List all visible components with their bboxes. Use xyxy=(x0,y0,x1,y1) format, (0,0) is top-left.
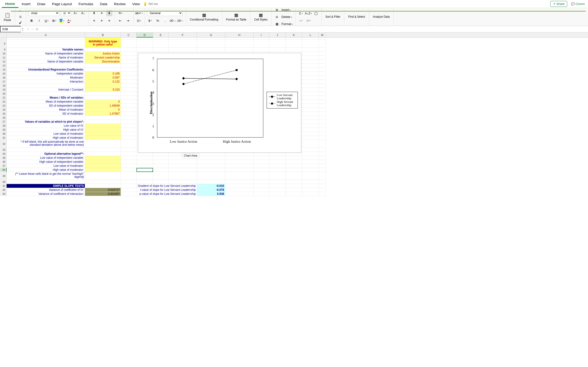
share-button[interactable]: ↗ Share xyxy=(550,1,567,7)
tab-review[interactable]: Review xyxy=(111,0,129,7)
bucket-icon: 🪣 xyxy=(59,19,63,23)
styles-icon: ▦ xyxy=(259,13,263,18)
row-header-9[interactable]: 9 xyxy=(0,48,7,52)
paste-button[interactable]: 📋 Paste xyxy=(2,12,13,22)
col-header-E[interactable]: E xyxy=(153,33,169,38)
format-as-table-button[interactable]: ▦ Format as Table xyxy=(225,12,248,22)
svg-rect-1 xyxy=(182,77,185,79)
svg-rect-2 xyxy=(235,78,238,80)
fx-icon[interactable]: fx xyxy=(36,27,38,31)
fill-button[interactable]: ↓ xyxy=(298,17,304,24)
decrease-indent-button[interactable]: ⇤ xyxy=(117,18,123,24)
chart-object[interactable]: Discrimination 0 1 2 3 4 5 6 7 xyxy=(138,53,301,153)
currency-button[interactable]: $ xyxy=(147,17,153,24)
comments-button[interactable]: 💬 Comm xyxy=(570,1,586,7)
format-cells-button[interactable]: Format xyxy=(281,22,293,26)
col-header-H[interactable]: H xyxy=(225,33,254,38)
copy-button[interactable]: ⎘ xyxy=(17,15,24,19)
cancel-formula-button[interactable]: ✕ xyxy=(27,27,29,31)
tell-me[interactable]: Tell me xyxy=(143,2,158,6)
sort-filter-button[interactable]: Sort & Filter xyxy=(324,15,342,19)
find-select-button[interactable]: Find & Select xyxy=(347,15,366,19)
format-cells-icon: ▦ xyxy=(274,21,280,27)
svg-rect-4 xyxy=(182,83,184,85)
formula-input[interactable] xyxy=(41,26,588,32)
cond-format-label: Conditional Formatting xyxy=(190,18,218,21)
col-header-C[interactable]: C xyxy=(121,33,137,38)
tab-data[interactable]: Data xyxy=(97,0,111,7)
col-header-J[interactable]: J xyxy=(269,33,286,38)
col-header-D[interactable]: D xyxy=(137,33,153,38)
bold-button[interactable]: B xyxy=(29,18,35,24)
col-header-B[interactable]: B xyxy=(85,33,121,38)
row-header-8[interactable]: 8 xyxy=(0,40,7,48)
cell-D38-selected[interactable] xyxy=(137,168,153,172)
border-button[interactable]: ⊞ xyxy=(51,18,57,24)
paste-label: Paste xyxy=(4,18,11,22)
delete-cells-button[interactable]: Delete xyxy=(281,15,292,19)
col-header-F[interactable]: F xyxy=(169,33,197,38)
bulb-icon xyxy=(143,2,147,6)
tab-home[interactable]: Home xyxy=(2,0,18,8)
tab-view[interactable]: View xyxy=(129,0,143,7)
fill-color-button[interactable]: 🪣 xyxy=(59,18,65,24)
legend-item-1: High Servant Leaderrship xyxy=(269,100,296,107)
insert-cells-icon: ⊕ xyxy=(274,7,280,13)
col-header-L[interactable]: L xyxy=(302,33,319,38)
column-headers: A B C D E F G H I J K L M xyxy=(0,33,588,38)
sheet-body: 8 WARNING: Only typein yellow cells! 9 V… xyxy=(0,38,588,196)
col-header-A[interactable]: A xyxy=(7,33,85,38)
increase-indent-button[interactable]: ⇥ xyxy=(125,18,131,24)
name-box[interactable] xyxy=(0,26,21,32)
decrease-decimal-button[interactable]: .00← xyxy=(177,17,183,24)
cell-A9[interactable]: Variable names: xyxy=(7,48,85,52)
increase-decimal-button[interactable]: .00→ xyxy=(170,17,176,24)
analyze-data-label: Analyze Data xyxy=(373,15,390,18)
name-box-up[interactable]: ▲ xyxy=(22,27,24,29)
tab-draw[interactable]: Draw xyxy=(34,0,49,7)
tab-page-layout[interactable]: Page Layout xyxy=(49,0,75,7)
delete-cells-icon: ⊖ xyxy=(274,14,280,20)
ribbon-tabs: Home Insert Draw Page Layout Formulas Da… xyxy=(0,0,588,8)
name-box-down[interactable]: ▼ xyxy=(22,29,24,31)
formula-bar: ▲ ▼ ✕ ✓ fx xyxy=(0,26,588,33)
share-label: Share xyxy=(556,2,565,6)
align-left-button[interactable]: ≡ xyxy=(91,18,97,24)
col-header-M[interactable]: M xyxy=(319,33,326,38)
cell-styles-button[interactable]: ▦ Cell Styles xyxy=(253,12,269,22)
green-overlay-line xyxy=(11,11,586,12)
font-color-button[interactable]: A xyxy=(66,18,72,24)
cell-A8[interactable] xyxy=(7,40,85,48)
find-select-label: Find & Select xyxy=(348,15,365,18)
comma-button[interactable]: , xyxy=(162,17,168,24)
merge-button[interactable]: ⊡ xyxy=(136,18,142,24)
enter-formula-button[interactable]: ✓ xyxy=(31,27,34,31)
svg-line-0 xyxy=(183,78,237,79)
underline-button[interactable]: U xyxy=(44,18,50,24)
tab-insert[interactable]: Insert xyxy=(18,0,34,7)
select-all-corner[interactable] xyxy=(0,33,7,38)
col-header-G[interactable]: G xyxy=(197,33,225,38)
align-right-button[interactable]: ≡ xyxy=(106,18,112,24)
cond-format-icon: ▦ xyxy=(202,13,206,18)
brush-icon: 🖌 xyxy=(19,21,22,24)
cell-styles-label: Cell Styles xyxy=(254,18,268,21)
italic-button[interactable]: I xyxy=(36,18,42,24)
svg-rect-9 xyxy=(271,103,273,104)
tab-formulas[interactable]: Formulas xyxy=(75,0,97,7)
format-painter-button[interactable]: 🖌 xyxy=(17,20,24,25)
col-header-I[interactable]: I xyxy=(254,33,269,38)
row-header-38[interactable]: 38 xyxy=(0,168,7,172)
percent-button[interactable]: % xyxy=(155,17,161,24)
align-center-button[interactable]: ≡ xyxy=(99,18,105,24)
tell-me-label: Tell me xyxy=(148,2,158,6)
conditional-formatting-button[interactable]: ▦ Conditional Formatting xyxy=(189,12,220,22)
analyze-data-button[interactable]: Analyze Data xyxy=(372,15,391,19)
cell-B8[interactable]: WARNING: Only typein yellow cells! xyxy=(85,40,121,48)
font-color-icon: A xyxy=(68,19,70,23)
col-header-K[interactable]: K xyxy=(286,33,302,38)
chart-legend: Low Servant Leaderrship High Servant Lea… xyxy=(267,92,298,108)
clear-button[interactable]: ◇ xyxy=(305,17,311,24)
chart-lines xyxy=(157,59,263,138)
copy-icon: ⎘ xyxy=(20,15,21,19)
